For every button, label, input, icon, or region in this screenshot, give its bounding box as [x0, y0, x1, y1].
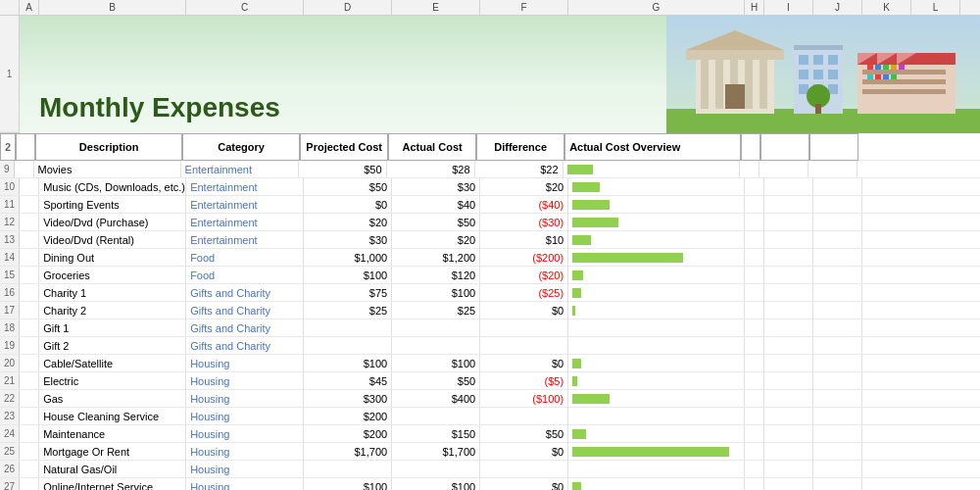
cell-a22[interactable]	[20, 390, 39, 407]
cell-a15[interactable]	[20, 267, 39, 283]
cell-proj-9[interactable]	[304, 319, 392, 336]
cell-actual-12[interactable]: $50	[392, 372, 480, 389]
cell-actual-7[interactable]: $100	[392, 284, 480, 301]
cell-desc-17[interactable]: Natural Gas/Oil	[39, 461, 186, 477]
cell-desc-13[interactable]: Gas	[39, 390, 186, 407]
cell-diff-5[interactable]: ($200)	[480, 249, 568, 266]
cell-desc-10[interactable]: Gift 2	[39, 337, 186, 354]
cell-cat-1[interactable]: Entertainment	[186, 178, 304, 195]
cell-proj-17[interactable]	[304, 461, 392, 477]
cell-cat-13[interactable]: Housing	[186, 390, 304, 407]
cell-actual-10[interactable]	[392, 337, 480, 354]
cell-diff-18[interactable]: $0	[480, 478, 568, 490]
cell-diff-2[interactable]: ($40)	[480, 196, 568, 213]
cell-diff-0[interactable]: $22	[475, 161, 564, 177]
cell-desc-5[interactable]: Dining Out	[39, 249, 186, 266]
cell-desc-16[interactable]: Mortgage Or Rent	[39, 443, 186, 460]
cell-desc-8[interactable]: Charity 2	[39, 302, 186, 318]
cell-proj-1[interactable]: $50	[304, 178, 392, 195]
cell-proj-18[interactable]: $100	[304, 478, 392, 490]
cell-actual-18[interactable]: $100	[392, 478, 480, 490]
cell-a19[interactable]	[20, 337, 39, 354]
cell-cat-18[interactable]: Housing	[186, 478, 304, 490]
cell-diff-13[interactable]: ($100)	[480, 390, 568, 407]
cell-cat-7[interactable]: Gifts and Charity	[186, 284, 304, 301]
cell-actual-16[interactable]: $1,700	[392, 443, 480, 460]
cell-actual-2[interactable]: $40	[392, 196, 480, 213]
cell-cat-9[interactable]: Gifts and Charity	[186, 319, 304, 336]
cell-desc-6[interactable]: Groceries	[39, 267, 186, 283]
cell-cat-11[interactable]: Housing	[186, 355, 304, 371]
cell-cat-14[interactable]: Housing	[186, 408, 304, 424]
cell-actual-13[interactable]: $400	[392, 390, 480, 407]
cell-actual-14[interactable]	[392, 408, 480, 424]
col-header-a[interactable]: A	[20, 0, 39, 15]
col-header-f[interactable]: F	[480, 0, 568, 15]
col-header-i[interactable]: I	[764, 0, 813, 15]
cell-actual-6[interactable]: $120	[392, 267, 480, 283]
col-header-l[interactable]: L	[911, 0, 960, 15]
cell-proj-6[interactable]: $100	[304, 267, 392, 283]
cell-actual-15[interactable]: $150	[392, 425, 480, 442]
cell-a24[interactable]	[20, 425, 39, 442]
cell-cat-3[interactable]: Entertainment	[186, 214, 304, 230]
cell-proj-7[interactable]: $75	[304, 284, 392, 301]
cell-proj-3[interactable]: $20	[304, 214, 392, 230]
cell-cat-4[interactable]: Entertainment	[186, 231, 304, 248]
cell-a9[interactable]	[15, 161, 34, 177]
cell-diff-6[interactable]: ($20)	[480, 267, 568, 283]
cell-a18[interactable]	[20, 319, 39, 336]
cell-desc-14[interactable]: House Cleaning Service	[39, 408, 186, 424]
col-header-m[interactable]: M	[960, 0, 980, 15]
cell-desc-18[interactable]: Online/Internet Service	[39, 478, 186, 490]
cell-proj-14[interactable]: $200	[304, 408, 392, 424]
cell-desc-0[interactable]: Movies	[34, 161, 181, 177]
cell-cat-12[interactable]: Housing	[186, 372, 304, 389]
col-header-j[interactable]: J	[813, 0, 862, 15]
cell-proj-11[interactable]: $100	[304, 355, 392, 371]
cell-desc-11[interactable]: Cable/Satellite	[39, 355, 186, 371]
cell-a17[interactable]	[20, 302, 39, 318]
cell-actual-8[interactable]: $25	[392, 302, 480, 318]
cell-proj-12[interactable]: $45	[304, 372, 392, 389]
cell-cat-6[interactable]: Food	[186, 267, 304, 283]
cell-desc-1[interactable]: Music (CDs, Downloads, etc.)	[39, 178, 186, 195]
cell-proj-10[interactable]	[304, 337, 392, 354]
cell-diff-1[interactable]: $20	[480, 178, 568, 195]
cell-proj-15[interactable]: $200	[304, 425, 392, 442]
cell-diff-3[interactable]: ($30)	[480, 214, 568, 230]
cell-cat-0[interactable]: Entertainment	[181, 161, 299, 177]
cell-diff-10[interactable]	[480, 337, 568, 354]
cell-diff-12[interactable]: ($5)	[480, 372, 568, 389]
col-header-k[interactable]: K	[862, 0, 911, 15]
cell-diff-4[interactable]: $10	[480, 231, 568, 248]
cell-cat-10[interactable]: Gifts and Charity	[186, 337, 304, 354]
cell-a11[interactable]	[20, 196, 39, 213]
cell-proj-8[interactable]: $25	[304, 302, 392, 318]
cell-cat-16[interactable]: Housing	[186, 443, 304, 460]
cell-diff-14[interactable]	[480, 408, 568, 424]
cell-a26[interactable]	[20, 461, 39, 477]
col-header-b[interactable]: B	[39, 0, 186, 15]
cell-cat-5[interactable]: Food	[186, 249, 304, 266]
cell-proj-13[interactable]: $300	[304, 390, 392, 407]
cell-cat-17[interactable]: Housing	[186, 461, 304, 477]
cell-a20[interactable]	[20, 355, 39, 371]
cell-a12[interactable]	[20, 214, 39, 230]
cell-actual-4[interactable]: $20	[392, 231, 480, 248]
cell-a27[interactable]	[20, 478, 39, 490]
cell-a14[interactable]	[20, 249, 39, 266]
cell-proj-0[interactable]: $50	[299, 161, 387, 177]
cell-actual-11[interactable]: $100	[392, 355, 480, 371]
cell-a2[interactable]	[16, 133, 35, 161]
cell-a25[interactable]	[20, 443, 39, 460]
cell-a21[interactable]	[20, 372, 39, 389]
cell-desc-12[interactable]: Electric	[39, 372, 186, 389]
col-header-h[interactable]: H	[745, 0, 764, 15]
cell-proj-4[interactable]: $30	[304, 231, 392, 248]
cell-diff-15[interactable]: $50	[480, 425, 568, 442]
cell-a13[interactable]	[20, 231, 39, 248]
cell-a16[interactable]	[20, 284, 39, 301]
col-header-d[interactable]: D	[304, 0, 392, 15]
cell-cat-15[interactable]: Housing	[186, 425, 304, 442]
